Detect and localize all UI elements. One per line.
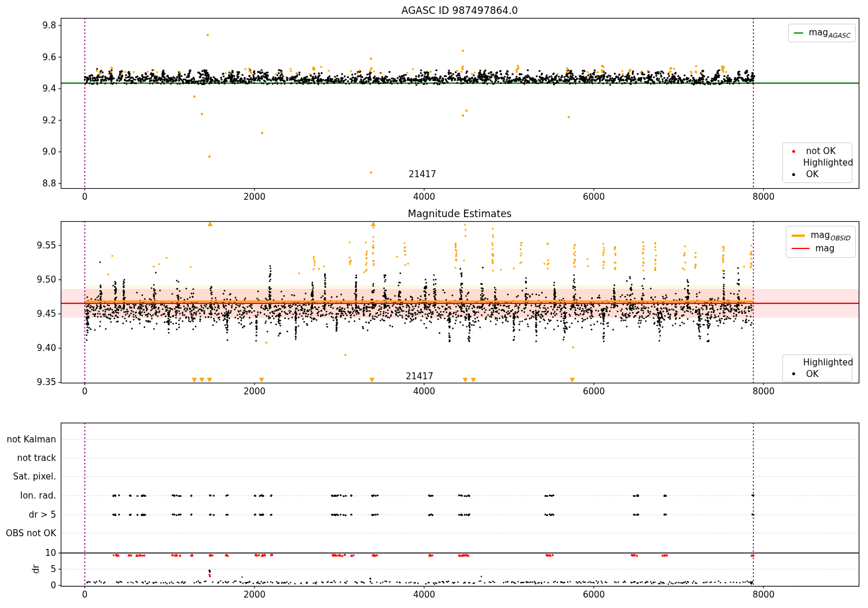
y-tick-label: 9.0	[42, 148, 56, 156]
x-tick-label: 0	[82, 387, 88, 396]
legend-row: OK	[788, 369, 847, 379]
dr-axis-label: dr	[32, 565, 41, 574]
category-label: dr > 5	[29, 511, 56, 519]
legend-status-middle: Highlighted OK	[782, 354, 852, 382]
category-label: Ion. rad.	[20, 492, 56, 500]
legend-label: magAGASC	[809, 27, 850, 39]
legend-row: Highlighted	[788, 357, 847, 368]
y-tick-label: 9.35	[37, 378, 56, 387]
x-tick-label: 4000	[413, 193, 435, 202]
legend-label: not OK	[806, 146, 836, 156]
y-tick-label: 9.8	[42, 21, 56, 30]
legend-mag-obsid: magOBSID mag	[786, 226, 856, 258]
legend-label: mag	[815, 243, 834, 254]
y-tick-label: 9.6	[42, 53, 56, 61]
x-tick-label: 6000	[583, 193, 605, 202]
legend-label-sub: AGASC	[828, 32, 850, 39]
legend-mag-agasc: magAGASC	[788, 24, 856, 42]
legend-label: Highlighted	[803, 357, 853, 368]
legend-label: Highlighted	[803, 158, 853, 168]
y-tick-label: 9.55	[37, 241, 56, 250]
legend-label-main: mag	[811, 230, 830, 240]
legend-label-main: mag	[809, 27, 828, 38]
obsid-annotation-top: 21417	[409, 169, 436, 180]
y-tick-label: 9.4	[42, 85, 56, 93]
black-dot-icon	[792, 372, 795, 375]
legend-row: OK	[788, 169, 847, 180]
legend-row: mag	[792, 243, 850, 254]
y-tick-label: 9.2	[42, 116, 56, 124]
green-line-sample-icon	[794, 32, 803, 34]
dr-tick-label: 10	[45, 549, 56, 558]
category-label: Sat. pixel.	[13, 473, 56, 481]
obsid-annotation-middle: 21417	[406, 371, 433, 382]
y-tick-label: 9.50	[37, 276, 56, 284]
legend-label: magOBSID	[811, 230, 850, 242]
orange-line-sample-icon	[792, 235, 805, 237]
x-tick-label: 2000	[244, 591, 266, 599]
x-tick-label: 2000	[244, 387, 266, 396]
red-line-sample-icon	[792, 248, 810, 249]
legend-row: magAGASC	[794, 27, 850, 39]
x-tick-label: 6000	[583, 387, 605, 396]
top-plot-title: AGASC ID 987497864.0	[61, 5, 859, 16]
legend-status-top: not OK Highlighted OK	[782, 142, 852, 183]
legend-label-sub: OBSID	[830, 235, 850, 242]
plot-overlay: AGASC ID 987497864.0 Magnitude Estimates…	[0, 0, 868, 608]
y-tick-label: 9.40	[37, 344, 56, 353]
x-tick-label: 8000	[752, 193, 774, 202]
x-tick-label: 4000	[413, 387, 435, 396]
dr-tick-label: 5	[50, 565, 56, 574]
category-label: not track	[17, 454, 56, 463]
x-tick-label: 8000	[752, 591, 774, 599]
legend-row: magOBSID	[792, 230, 850, 242]
figure: AGASC ID 987497864.0 Magnitude Estimates…	[0, 0, 868, 608]
x-tick-label: 4000	[413, 591, 435, 599]
x-tick-label: 6000	[583, 591, 605, 599]
red-dot-icon	[792, 150, 795, 153]
y-tick-label: 8.8	[42, 179, 56, 188]
legend-label: OK	[806, 169, 819, 180]
legend-row: not OK	[788, 146, 847, 156]
y-tick-label: 9.45	[37, 310, 56, 318]
x-tick-label: 8000	[752, 387, 774, 396]
black-dot-icon	[792, 173, 795, 176]
legend-label: OK	[806, 369, 819, 379]
category-label: not Kalman	[6, 435, 56, 444]
legend-row: Highlighted	[788, 158, 847, 168]
middle-plot-title: Magnitude Estimates	[61, 208, 859, 219]
dr-tick-label: 0	[50, 581, 56, 590]
x-tick-label: 2000	[244, 193, 266, 202]
x-tick-label: 0	[82, 193, 88, 202]
category-label: OBS not OK	[6, 529, 56, 538]
x-tick-label: 0	[82, 591, 88, 599]
